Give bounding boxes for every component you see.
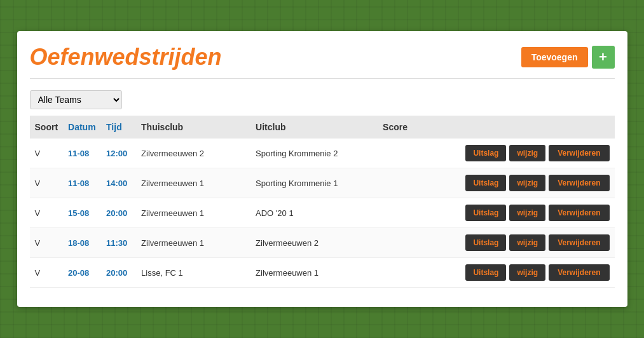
- col-header-tijd: Tijd: [101, 116, 136, 139]
- cell-thuisclub: Zilvermeeuwen 2: [136, 139, 250, 168]
- cell-actions: Uitslag wijzig Verwijderen: [428, 168, 614, 198]
- table-header-row: Soort Datum Tijd Thuisclub Uitclub Score: [30, 116, 615, 139]
- uitslag-button[interactable]: Uitslag: [465, 145, 506, 161]
- cell-score: [378, 168, 428, 198]
- cell-score: [378, 198, 428, 228]
- cell-tijd: 20:00: [101, 258, 136, 288]
- wijzig-button[interactable]: wijzig: [509, 175, 545, 191]
- header: Oefenwedstrijden Toevoegen +: [30, 44, 615, 79]
- main-container: Oefenwedstrijden Toevoegen + Alle Teams …: [17, 31, 627, 307]
- wijzig-button[interactable]: wijzig: [509, 264, 545, 281]
- verwijderen-button[interactable]: Verwijderen: [549, 264, 609, 281]
- action-buttons: Uitslag wijzig Verwijderen: [434, 264, 609, 281]
- cell-actions: Uitslag wijzig Verwijderen: [428, 198, 614, 228]
- page-title: Oefenwedstrijden: [30, 44, 222, 71]
- cell-thuisclub: Zilvermeeuwen 1: [136, 168, 250, 198]
- action-buttons: Uitslag wijzig Verwijderen: [434, 145, 609, 161]
- action-buttons: Uitslag wijzig Verwijderen: [434, 205, 609, 221]
- matches-table: Soort Datum Tijd Thuisclub Uitclub Score…: [30, 116, 615, 288]
- plus-button[interactable]: +: [592, 46, 615, 69]
- cell-soort: V: [30, 139, 64, 168]
- table-row: V 20-08 20:00 Lisse, FC 1 Zilvermeeuwen …: [30, 258, 615, 288]
- col-header-actions: [428, 116, 614, 139]
- table-row: V 11-08 14:00 Zilvermeeuwen 1 Sporting K…: [30, 168, 615, 198]
- toevoegen-button[interactable]: Toevoegen: [521, 47, 588, 67]
- verwijderen-button[interactable]: Verwijderen: [549, 145, 609, 161]
- team-select[interactable]: Alle Teams Zilvermeeuwen 1 Zilvermeeuwen…: [30, 90, 122, 109]
- cell-uitclub: Sporting Krommenie 2: [250, 139, 378, 168]
- wijzig-button[interactable]: wijzig: [509, 234, 545, 251]
- cell-score: [378, 258, 428, 288]
- cell-thuisclub: Lisse, FC 1: [136, 258, 250, 288]
- table-row: V 18-08 11:30 Zilvermeeuwen 1 Zilvermeeu…: [30, 228, 615, 258]
- verwijderen-button[interactable]: Verwijderen: [549, 205, 609, 221]
- uitslag-button[interactable]: Uitslag: [465, 205, 506, 221]
- uitslag-button[interactable]: Uitslag: [465, 175, 506, 191]
- cell-actions: Uitslag wijzig Verwijderen: [428, 228, 614, 258]
- cell-actions: Uitslag wijzig Verwijderen: [428, 258, 614, 288]
- cell-uitclub: Zilvermeeuwen 1: [250, 258, 378, 288]
- cell-tijd: 14:00: [101, 168, 136, 198]
- cell-soort: V: [30, 228, 64, 258]
- col-header-uitclub: Uitclub: [250, 116, 378, 139]
- verwijderen-button[interactable]: Verwijderen: [549, 234, 609, 251]
- cell-tijd: 20:00: [101, 198, 136, 228]
- cell-datum: 20-08: [63, 258, 101, 288]
- cell-soort: V: [30, 198, 64, 228]
- uitslag-button[interactable]: Uitslag: [465, 234, 506, 251]
- col-header-thuisclub: Thuisclub: [136, 116, 250, 139]
- wijzig-button[interactable]: wijzig: [509, 145, 545, 161]
- uitslag-button[interactable]: Uitslag: [465, 264, 506, 281]
- cell-score: [378, 228, 428, 258]
- col-header-soort: Soort: [30, 116, 64, 139]
- col-header-datum: Datum: [63, 116, 101, 139]
- cell-uitclub: ADO '20 1: [250, 198, 378, 228]
- cell-tijd: 11:30: [101, 228, 136, 258]
- cell-soort: V: [30, 258, 64, 288]
- table-row: V 15-08 20:00 Zilvermeeuwen 1 ADO '20 1 …: [30, 198, 615, 228]
- table-row: V 11-08 12:00 Zilvermeeuwen 2 Sporting K…: [30, 139, 615, 168]
- cell-thuisclub: Zilvermeeuwen 1: [136, 228, 250, 258]
- cell-thuisclub: Zilvermeeuwen 1: [136, 198, 250, 228]
- cell-uitclub: Zilvermeeuwen 2: [250, 228, 378, 258]
- cell-soort: V: [30, 168, 64, 198]
- cell-datum: 15-08: [63, 198, 101, 228]
- cell-datum: 11-08: [63, 168, 101, 198]
- verwijderen-button[interactable]: Verwijderen: [549, 175, 609, 191]
- action-buttons: Uitslag wijzig Verwijderen: [434, 175, 609, 191]
- wijzig-button[interactable]: wijzig: [509, 205, 545, 221]
- cell-uitclub: Sporting Krommenie 1: [250, 168, 378, 198]
- cell-actions: Uitslag wijzig Verwijderen: [428, 139, 614, 168]
- cell-datum: 11-08: [63, 139, 101, 168]
- col-header-score: Score: [378, 116, 428, 139]
- filter-row: Alle Teams Zilvermeeuwen 1 Zilvermeeuwen…: [30, 90, 615, 109]
- cell-datum: 18-08: [63, 228, 101, 258]
- header-actions: Toevoegen +: [521, 46, 615, 69]
- cell-tijd: 12:00: [101, 139, 136, 168]
- cell-score: [378, 139, 428, 168]
- action-buttons: Uitslag wijzig Verwijderen: [434, 234, 609, 251]
